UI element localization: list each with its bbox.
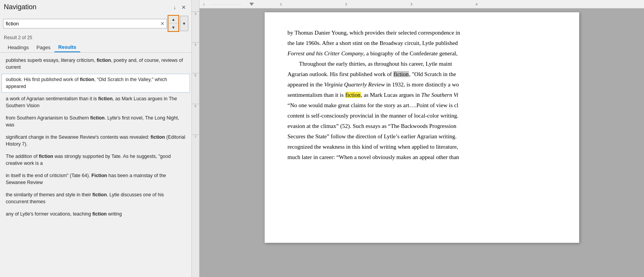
result-item[interactable]: a work of Agrarian sentimentalism than i… [2, 93, 190, 112]
doc-paragraph: “No one would make great claims for the … [288, 100, 556, 111]
ruler-mark-7: 7 [192, 134, 199, 165]
search-input[interactable] [3, 19, 167, 28]
nav-pin-button[interactable]: ↓ [172, 3, 178, 11]
result-item[interactable]: the similarity of themes and style in th… [2, 189, 190, 208]
nav-close-button[interactable]: ✕ [180, 3, 188, 11]
nav-arrows-container: ▲ ▼ [168, 15, 179, 32]
doc-paragraph: appeared in the Virginia Quarterly Revie… [288, 80, 556, 90]
document-area: L · · · · · · · · · · · · · · · · 1 2 3 … [199, 0, 644, 277]
doc-paragraph: Forrest and his Critter Company, a biogr… [288, 48, 556, 59]
search-clear-button[interactable]: ✕ [160, 21, 165, 27]
ruler-mark-3: 3 [192, 12, 199, 42]
result-count: Result 2 of 25 [0, 33, 191, 41]
tab-pages[interactable]: Pages [33, 43, 54, 52]
doc-paragraph: sentimentalism than it is fiction, as Ma… [288, 90, 556, 100]
ruler-mark-5: 5 [192, 73, 199, 104]
next-result-button[interactable]: ▼ [168, 23, 178, 31]
result-item[interactable]: significant change in the Sewanee Review… [2, 131, 190, 150]
nav-tabs: Headings Pages Results [0, 41, 191, 53]
nav-header-controls: ↓ ✕ [172, 3, 188, 11]
result-item[interactable]: outlook. His first published work of fic… [2, 74, 190, 93]
ruler-mark-4: 4 [192, 42, 199, 73]
result-item[interactable]: from Southern Agrarianism to Southern fi… [2, 112, 190, 131]
nav-panel-title: Navigation [4, 3, 36, 11]
doc-paragraph: by Thomas Danier Young, which provides t… [288, 28, 556, 38]
prev-result-button[interactable]: ▲ [168, 16, 178, 23]
search-options-dropdown[interactable]: ▼ [180, 16, 188, 31]
ruler-mark-6: 6 [192, 104, 199, 134]
doc-paragraph: Secures the State” follow the direction … [288, 131, 556, 142]
ruler-strip: 3 4 5 6 7 [192, 0, 199, 277]
result-item[interactable]: The addition of fiction was strongly sup… [2, 151, 190, 169]
doc-paragraph: content is self-consciously provincial i… [288, 111, 556, 121]
doc-paragraph: much later in career: “When a novel obvi… [288, 152, 556, 163]
doc-paragraph: evasion at the climax” (52). Such essays… [288, 121, 556, 131]
result-item[interactable]: any of Lytle's former vocations, teachin… [2, 208, 190, 221]
ruler-content: L · · · · · · · · · · · · · · · · 1 2 3 … [203, 0, 644, 8]
navigation-panel: Navigation ↓ ✕ ✕ ▲ ▼ ▼ Result 2 of 25 He… [0, 0, 192, 277]
doc-paragraph: recognized the weakness in this kind of … [288, 142, 556, 152]
doc-paragraph: Throughout the early thirties, as throug… [288, 59, 556, 69]
search-input-wrapper: ✕ [3, 19, 167, 28]
results-list: publishes superb essays, literary critic… [0, 53, 191, 277]
search-area: ✕ ▲ ▼ ▼ [0, 13, 191, 33]
doc-paragraph: Agrarian outlook. His first published wo… [288, 69, 556, 80]
doc-paragraph: the late 1960s. After a short stint on t… [288, 38, 556, 48]
tab-results[interactable]: Results [54, 43, 80, 52]
document-scroll[interactable]: by Thomas Danier Young, which provides t… [199, 8, 644, 277]
ruler-indent-marker[interactable] [249, 3, 254, 6]
result-item[interactable]: in itself is the end of criticism" (Tate… [2, 170, 190, 189]
nav-header: Navigation ↓ ✕ [0, 0, 191, 13]
result-item[interactable]: publishes superb essays, literary critic… [2, 55, 190, 73]
tab-headings[interactable]: Headings [4, 43, 33, 52]
document-page: by Thomas Danier Young, which provides t… [265, 12, 579, 243]
horizontal-ruler: L · · · · · · · · · · · · · · · · 1 2 3 … [199, 0, 644, 8]
